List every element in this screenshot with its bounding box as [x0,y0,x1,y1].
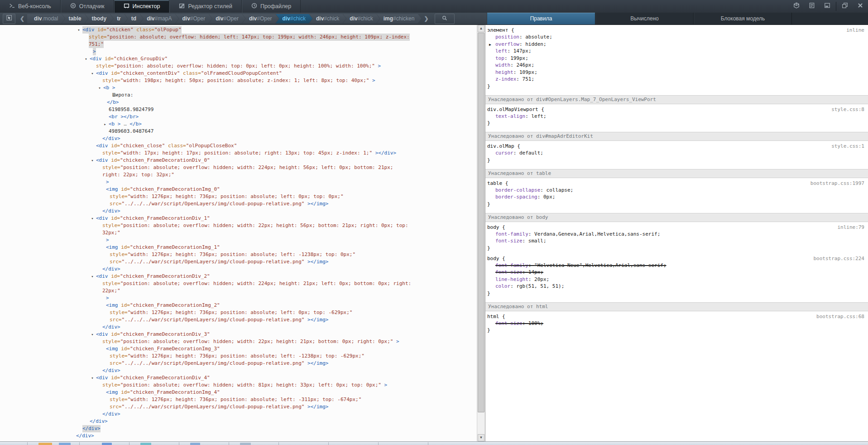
collapse-arrow-icon[interactable]: ▾ [90,374,95,382]
breadcrumb-item[interactable]: div#chick [343,14,379,24]
rule-source-link[interactable]: style.css:1 [831,143,864,150]
markup-line[interactable]: style="position: absolute; overflow: hid… [0,63,477,70]
markup-line[interactable]: Широта: [0,92,477,99]
sidebar-tab-3[interactable]: Блоковая модель [694,13,792,24]
markup-line[interactable]: </b> [0,99,477,106]
markup-scrollbar[interactable]: ▲ ▼ [477,25,485,441]
rule-source-link[interactable]: bootstrap.css:68 [816,313,864,320]
markup-line[interactable]: ▾<b > [0,84,477,92]
markup-line[interactable]: <img id="chicken_FrameDecorationImg_2" [0,302,477,309]
collapse-arrow-icon[interactable]: ▾ [90,273,95,280]
scroll-up-arrow-icon[interactable]: ▲ [478,25,484,32]
css-property[interactable]: border-collapse: collapse; [485,187,866,194]
css-property[interactable]: text-align: left; [485,113,866,120]
breadcrumb-item[interactable]: div#chick [309,14,346,24]
css-property[interactable]: height: 109px; [485,69,866,76]
markup-line[interactable]: style="width: 1276px; height: 736px; pos… [0,193,477,200]
breadcrumb-item[interactable]: tbody [85,14,113,24]
css-property[interactable]: left: 147px; [485,48,866,55]
breadcrumb-scroll-right[interactable]: ❯ [421,15,431,22]
markup-line[interactable]: <img id="chicken_FrameDecorationImg_0" [0,186,477,193]
css-property[interactable]: font-family: "Helvetica Neue",Helvetica,… [485,262,866,269]
markup-line[interactable]: <img id="chicken_FrameDecorationImg_3" [0,345,477,353]
markup-line[interactable]: </div> [0,135,477,142]
markup-line[interactable]: style="width: 1276px; height: 736px; pos… [0,251,477,258]
toolbar-tab-1[interactable]: Веб-консоль [0,0,61,13]
markup-line[interactable]: src="../../../war/script/OpenLayers/img/… [0,258,477,266]
breadcrumb-item[interactable]: div.modal [27,14,65,24]
markup-line[interactable]: style="width: 1276px; height: 736px; pos… [0,309,477,316]
scratchpad-button[interactable] [804,0,820,13]
markup-line[interactable]: > [0,295,477,302]
close-button[interactable] [853,0,868,13]
markup-line[interactable]: src="../../../war/script/OpenLayers/img/… [0,360,477,367]
markup-line[interactable]: <img id="chicken_FrameDecorationImg_1" [0,244,477,251]
markup-line[interactable]: right: 22px; top: 32px;" [0,171,477,179]
markup-line[interactable]: 6198958.9824799 [0,106,477,113]
toolbar-tab-3[interactable]: Инспектор [114,0,170,13]
rule-source-link[interactable]: bootstrap.css:1997 [810,180,864,187]
markup-line[interactable]: style="position: absolute; overflow: hid… [0,280,477,287]
breadcrumb-item[interactable]: div#Oper [209,14,245,24]
markup-line[interactable]: ▾<div id="chicken_contentDiv" class="olF… [0,70,477,77]
search-button[interactable] [435,14,455,24]
css-property[interactable]: color: rgb(51, 51, 51); [485,283,866,290]
markup-line[interactable]: 751;" [0,41,477,48]
3d-view-button[interactable] [789,0,804,13]
css-property[interactable]: line-height: 20px; [485,276,866,283]
markup-line[interactable]: src="../../../war/script/OpenLayers/img/… [0,316,477,324]
markup-line[interactable]: style="position: absolute; overflow: hid… [0,338,477,345]
markup-line[interactable]: </div> [0,266,477,273]
breadcrumb-item[interactable]: div#mapA [140,14,178,24]
markup-line[interactable]: style="width: 1276px; height: 736px; pos… [0,353,477,360]
rule-source-link[interactable]: bootstrap.css:224 [813,255,864,262]
breadcrumb-item[interactable]: img#chicken [377,14,422,24]
toolbar-tab-4[interactable]: Редактор стилей [169,0,241,13]
markup-line[interactable]: ▾<div id="chicken_FrameDecorationDiv_4" [0,374,477,382]
breadcrumb-item[interactable]: div#Oper [242,14,279,24]
markup-line[interactable]: > [0,48,477,55]
sidebar-tab-1[interactable]: Правила [487,13,595,24]
undock-button[interactable] [837,0,853,13]
markup-line[interactable]: style="width: 17px; height: 17px; positi… [0,150,477,157]
collapse-arrow-icon[interactable]: ▾ [90,70,95,77]
css-property[interactable]: top: 199px; [485,55,866,62]
css-property[interactable]: font-size: 14px; [485,269,866,276]
markup-line[interactable]: <div id="chicken_close" class="olPopupCl… [0,142,477,150]
collapse-arrow-icon[interactable]: ▾ [84,55,88,63]
toolbar-tab-5[interactable]: Профайлер [242,0,301,13]
css-property[interactable]: font-size: small; [485,237,866,245]
property-expand-arrow-icon[interactable]: ▶ [489,41,491,48]
markup-line[interactable]: 22px;" [0,287,477,295]
markup-line[interactable]: src="../../../war/script/OpenLayers/img/… [0,200,477,208]
markup-line[interactable]: style="position: absolute; overflow: hid… [0,222,477,229]
css-property[interactable]: font-family: Verdana,Geneva,Arial,Helvet… [485,231,866,238]
markup-line[interactable]: </div> [0,432,477,440]
markup-line[interactable]: </div> [0,324,477,331]
css-property[interactable]: ▶overflow: hidden; [485,41,866,48]
css-property[interactable]: cursor: default; [485,150,866,157]
markup-line[interactable]: </div> [0,425,477,432]
collapse-arrow-icon[interactable]: ▾ [90,215,95,222]
collapse-arrow-icon[interactable]: ▾ [97,84,102,92]
sidebar-tab-2[interactable]: Вычислено [595,13,694,24]
markup-line[interactable]: </div> [0,208,477,215]
responsive-mode-button[interactable] [820,0,835,13]
rule-source-link[interactable]: inline:79 [837,224,864,231]
markup-line[interactable]: </div> [0,411,477,418]
markup-line[interactable]: style="position: absolute; overflow: hid… [0,164,477,171]
markup-line[interactable]: style="width: 1276px; height: 736px; pos… [0,396,477,403]
markup-line[interactable]: style="width: 198px; height: 50px; posit… [0,77,477,84]
markup-line[interactable]: src="../../../war/script/OpenLayers/img/… [0,403,477,411]
css-property[interactable]: position: absolute; [485,34,866,41]
css-property[interactable]: border-spacing: 0px; [485,193,866,201]
rule-source-link[interactable]: inline [846,27,864,34]
css-property[interactable]: width: 246px; [485,62,866,69]
breadcrumb-item[interactable]: div#chick [276,14,312,24]
collapse-arrow-icon[interactable]: ▾ [90,157,95,164]
toolbar-tab-2[interactable]: Отладчик [61,0,114,13]
markup-line[interactable]: 32px;" [0,229,477,237]
css-property[interactable]: font-size: 100%; [485,320,866,327]
breadcrumb-item[interactable]: div#Oper [176,14,212,24]
markup-line[interactable]: ▾<div id="chicken_GroupDiv" [0,55,477,63]
